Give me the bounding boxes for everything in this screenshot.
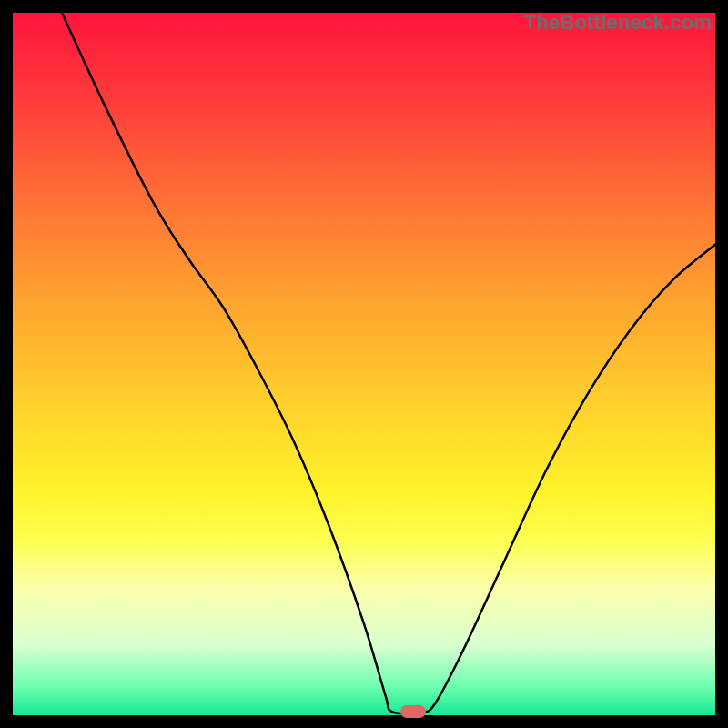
watermark-text: TheBottleneck.com <box>524 11 712 35</box>
optimum-marker <box>400 705 426 718</box>
chart-frame: TheBottleneck.com <box>13 13 715 715</box>
gradient-background <box>13 13 715 715</box>
bottleneck-chart <box>13 13 715 715</box>
